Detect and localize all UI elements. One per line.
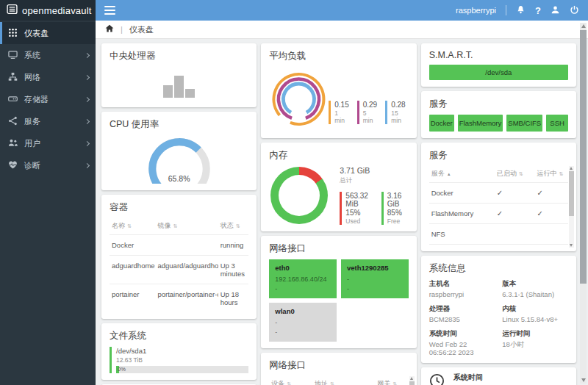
widget-title: 平均负载 [269,50,408,62]
chevron-right-icon [85,118,90,123]
scrollbar-thumb[interactable] [580,30,587,284]
service-button-flashmemory[interactable]: FlashMemory [458,115,503,132]
load-rings-chart [269,67,329,132]
page-scrollbar[interactable] [580,23,587,384]
hostname-button[interactable]: raspberrypi [456,6,496,15]
content-area: | 仪表盘 中央处理器 CPU 使用率 65.8% [96,21,588,385]
help-button[interactable]: ? [535,5,541,16]
sysinfo-field: 主机名raspberrypi [429,279,495,298]
sidebar-item-services[interactable]: 服务 [0,110,96,132]
breadcrumb-separator: | [121,25,123,34]
legend-item-5min: 0.29 5 min [357,101,377,124]
cell-service: FlashMemory [429,204,495,224]
sysinfo-field: 系统时间Wed Feb 22 06:56:22 2023 [429,329,495,356]
memory-legend: 563.32 MiB 15% Used 3.16 GiB 85% Free [340,192,408,225]
menu-toggle-button[interactable] [104,6,115,15]
table-scrollbar[interactable] [569,166,574,248]
shell: 仪表盘 系统 网络 存储器 服务 [0,21,588,385]
cell-status: Up 18 hours [218,284,249,313]
chevron-right-icon [85,96,90,101]
home-icon[interactable] [105,24,114,35]
load-legend: 0.15 1 min 0.29 5 min 0.28 15 min [329,101,405,124]
sidebar-item-dashboard[interactable]: 仪表盘 [0,22,96,44]
app-logo-text: openmediavault [22,5,92,16]
sidebar-item-label: 存储器 [24,94,49,105]
column-header[interactable]: 镜像 [155,218,218,235]
cell-service: NFS [429,224,495,245]
column-header[interactable]: 地址 [312,376,375,385]
column-header[interactable]: 服务 [429,166,495,183]
app-logo[interactable]: openmediavault [0,0,96,21]
share-icon [8,116,18,127]
legend-label: 15 min [391,109,405,124]
interface-address: - [275,318,331,328]
memory-widget: 内存 3.71 GiB 总计 563.32 MiB 15% [261,143,416,231]
widget-title: 服务 [429,149,568,162]
user-icon [551,5,560,16]
table-scrollbar[interactable] [409,376,415,385]
widget-title: S.M.A.R.T. [429,50,568,60]
legend-item-1min: 0.15 1 min [329,101,348,124]
legend-label: Free [387,217,409,225]
power-button[interactable] [570,5,579,16]
load-average-body: 0.15 1 min 0.29 5 min 0.28 15 min [269,67,408,132]
cell-status: Up 3 minutes [218,256,249,284]
scrollbar-thumb[interactable] [569,171,574,216]
sidebar-item-network[interactable]: 网络 [0,66,96,88]
sidebar-item-diagnostics[interactable]: 诊断 [0,154,96,176]
network-interfaces-table: 设备 地址 网关 eth0 IPv4: 192.168.86.40/24IPv6… [269,376,408,385]
legend-percent: 15% [345,209,373,217]
sysinfo-field: 处理器BCM2835 [429,304,495,323]
widget-title: 服务 [429,98,568,110]
column-header[interactable]: 状态 [218,218,249,235]
filesystem-size: 12.63 TiB [116,356,248,364]
column-header[interactable]: 网关 [375,376,408,385]
chevron-right-icon [85,140,90,145]
info-title: 系统时间 [453,373,538,383]
user-menu-button[interactable] [551,5,560,16]
sidebar-item-system[interactable]: 系统 [0,44,96,66]
interface-extra: - [275,284,331,294]
system-information-widget: 系统信息 主机名raspberrypi 版本6.3.1-1 (Shaitan) … [421,256,576,363]
cpu-usage-widget: CPU 使用率 65.8% [101,112,257,190]
cpu-mini-chart [110,67,248,101]
topbar: openmediavault raspberrypi ? [0,0,588,21]
sidebar-item-storage[interactable]: 存储器 [0,88,96,110]
dashboard: 中央处理器 CPU 使用率 65.8% 容器 [96,39,588,385]
sidebar-item-label: 用户 [24,138,40,149]
cell-enabled [495,224,535,245]
sidebar-item-label: 诊断 [24,160,40,171]
column-header[interactable]: 运行中 [535,166,568,183]
interface-extra: - [347,284,403,294]
column-header[interactable]: 设备 [269,376,312,385]
legend-value: 563.32 MiB [345,192,373,208]
breadcrumb-page: 仪表盘 [129,24,154,35]
cell-enabled [495,245,535,252]
notifications-button[interactable] [516,5,526,16]
system-time-text: 系统时间 Wed Feb 22 06:56:22 2023 [453,373,538,385]
legend-value: 0.29 [363,101,377,109]
sidebar-item-users[interactable]: 用户 [0,132,96,154]
sitemap-icon [8,72,18,83]
table-row: Docker ✓ ✓ [429,183,568,204]
smart-device-button[interactable]: /dev/sda [429,65,568,80]
sysinfo-field: 内核Linux 5.15.84-v8+ [502,304,568,323]
memory-total-value: 3.71 GiB [340,166,408,175]
legend-label: 5 min [363,109,377,124]
cell-name: adguardhome [110,256,155,284]
service-button-smbcifs[interactable]: SMB/CIFS [506,115,542,132]
service-button-docker[interactable]: Docker [429,115,454,132]
cell-running: ✓ [535,183,568,204]
service-button-ssh[interactable]: SSH [546,115,568,132]
interface-address: 192.168.86.40/24 [275,275,331,284]
column-header[interactable]: 已启动 [495,166,535,183]
filesystems-panel-widget: 文件系统 /dev/sda1 12.63 TiB 0% [101,323,257,380]
scrollbar-thumb[interactable] [409,381,415,385]
column-header[interactable]: 名称 [110,218,155,235]
table-row: portainer portainer/portainer-ce Up 18 h… [110,284,248,313]
cell-running: ✓ [535,204,568,224]
cell-name: Docker [110,235,155,256]
legend-label: 1 min [334,109,348,124]
memory-total-label: 总计 [340,176,408,185]
topbar-actions: raspberrypi ? [456,5,579,16]
